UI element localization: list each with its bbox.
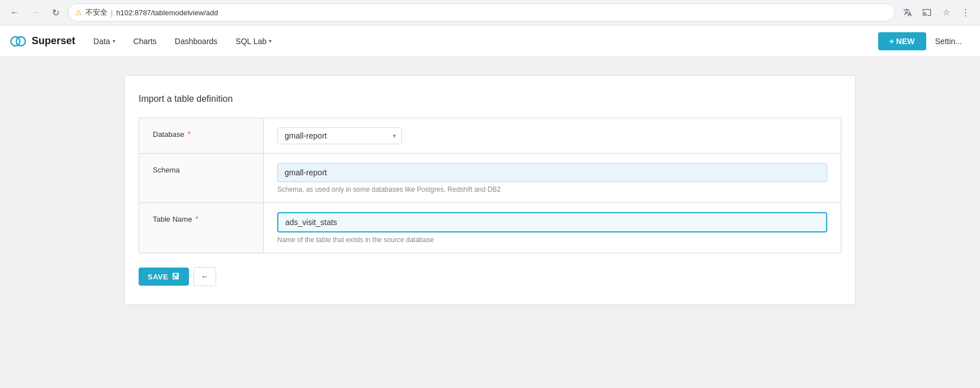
database-select-wrap: gmall-report ▾: [277, 127, 402, 144]
nav-charts[interactable]: Charts: [124, 25, 166, 57]
back-arrow-icon: ←: [201, 272, 209, 281]
buttons-row: SAVE 🖫 ←: [139, 267, 841, 286]
table-name-row: Table Name * Name of the table that exis…: [139, 203, 841, 253]
table-name-label-cell: Table Name *: [139, 203, 264, 253]
reload-button[interactable]: ↻: [48, 5, 63, 20]
form-title: Import a table definition: [139, 94, 841, 104]
main-content: Import a table definition Database * gma…: [0, 57, 980, 388]
table-name-label: Table Name: [153, 215, 192, 223]
nav-settings[interactable]: Settin...: [926, 37, 971, 46]
browser-right-icons: ☆ ⋮: [900, 5, 973, 20]
address-separator: |: [111, 8, 113, 17]
schema-label: Schema: [153, 166, 180, 174]
table-name-input[interactable]: [277, 212, 827, 232]
form-table: Database * gmall-report ▾ Schema Sche: [139, 118, 841, 253]
database-label: Database: [153, 130, 184, 139]
logo-text: Superset: [32, 35, 75, 47]
save-label: SAVE: [148, 273, 168, 281]
schema-field-cell: Schema, as used only in some databases l…: [264, 154, 841, 203]
nav-sqllab[interactable]: SQL Lab ▾: [226, 25, 281, 57]
form-container: Import a table definition Database * gma…: [124, 75, 856, 305]
translate-button[interactable]: [900, 5, 915, 20]
data-dropdown-arrow: ▾: [113, 38, 115, 44]
address-security-text: 不安全: [85, 7, 108, 18]
database-select[interactable]: gmall-report: [277, 127, 402, 144]
logo[interactable]: Superset: [9, 32, 75, 50]
new-button[interactable]: + NEW: [878, 32, 926, 50]
cast-button[interactable]: [919, 5, 935, 20]
security-warning-icon: ⚠: [75, 8, 82, 17]
app-nav: Superset Data ▾ Charts Dashboards SQL La…: [0, 25, 980, 57]
database-row: Database * gmall-report ▾: [139, 118, 841, 154]
address-url: h102:8787/tablemodelview/add: [116, 8, 218, 17]
forward-button[interactable]: →: [27, 5, 43, 20]
save-icon: 🖫: [171, 272, 180, 281]
schema-input[interactable]: [277, 163, 827, 182]
address-bar[interactable]: ⚠ 不安全 | h102:8787/tablemodelview/add: [68, 3, 895, 21]
database-required: *: [188, 130, 191, 139]
svg-point-1: [16, 37, 25, 46]
nav-dashboards[interactable]: Dashboards: [166, 25, 227, 57]
back-button[interactable]: ←: [194, 267, 216, 286]
schema-row: Schema Schema, as used only in some data…: [139, 154, 841, 203]
save-button[interactable]: SAVE 🖫: [139, 268, 189, 286]
schema-hint: Schema, as used only in some databases l…: [277, 186, 827, 193]
table-name-required: *: [195, 214, 198, 223]
browser-chrome: ← → ↻ ⚠ 不安全 | h102:8787/tablemodelview/a…: [0, 0, 980, 25]
schema-label-cell: Schema: [139, 154, 264, 203]
table-name-field-cell: Name of the table that exists in the sou…: [264, 203, 841, 253]
logo-icon: [9, 32, 27, 50]
sqllab-dropdown-arrow: ▾: [269, 38, 272, 44]
database-field-cell: gmall-report ▾: [264, 118, 841, 154]
database-label-cell: Database *: [139, 118, 264, 154]
bookmark-button[interactable]: ☆: [938, 5, 954, 20]
back-button[interactable]: ←: [7, 5, 23, 20]
nav-data[interactable]: Data ▾: [84, 25, 124, 57]
table-name-hint: Name of the table that exists in the sou…: [277, 236, 827, 244]
menu-button[interactable]: ⋮: [957, 5, 973, 20]
